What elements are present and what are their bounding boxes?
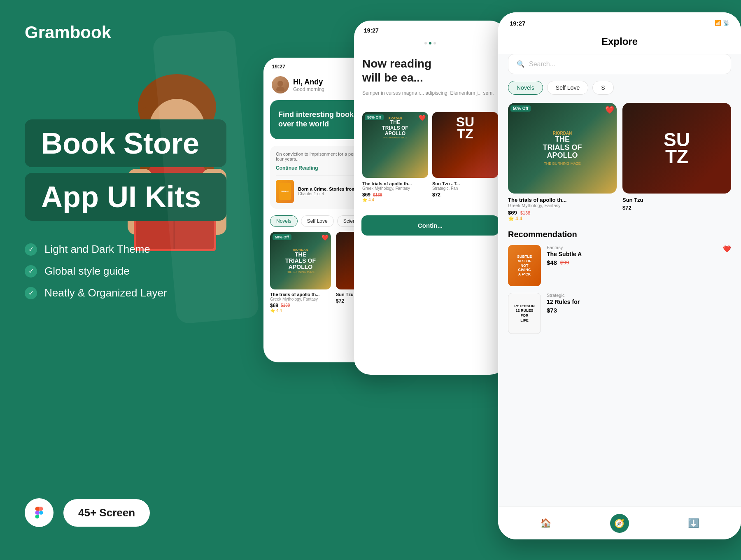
p3-book1-meta: The trials of apollo th... Greek Mytholo… — [508, 197, 617, 222]
book1-rating: ⭐ 4.4 — [270, 308, 331, 313]
book1-price: $69 $138 — [270, 303, 331, 308]
phone2-book2-title: Sun Tzu - T... — [432, 181, 498, 186]
p3-book1-current-price: $69 — [508, 210, 517, 216]
search-placeholder: Search... — [529, 61, 555, 68]
greeting-sub: Good morning — [293, 86, 324, 92]
nav-home[interactable]: 🏠 — [540, 518, 551, 529]
current-book-cover: NOAH — [276, 180, 294, 203]
phone2-book1-old-price: $138 — [373, 193, 382, 197]
p3-heart[interactable]: ❤️ — [605, 105, 614, 114]
phone3-content: 19:27 📶 📡 Explore 🔍 Search... Novels Sel… — [498, 12, 741, 539]
rec1-price: $48 $99 — [547, 259, 731, 266]
phone2-book2-price: $72 — [432, 192, 498, 198]
feature-item-3: ✓ Neatly & Organized Layer — [25, 287, 167, 299]
heart-icon[interactable]: ❤️ — [322, 234, 329, 241]
brand-logo: Grambook — [25, 23, 111, 42]
p3-book2: SUTZ Sun Tzu $72 — [622, 103, 731, 222]
p3-book2-title: Sun Tzu — [622, 197, 731, 203]
nav-explore[interactable]: 🧭 — [610, 514, 629, 533]
p3-book2-price: $72 — [622, 205, 731, 211]
p3-book1-genre: Greek Mythology, Fantasy — [508, 203, 617, 208]
rec2-info: Strategic 12 Rules for $73 — [547, 293, 731, 314]
apollo-inner: RIORDAN THETRIALS OFAPOLLO THE BURNING M… — [280, 243, 321, 278]
phone2-book2-current-price: $72 — [432, 192, 440, 198]
p3-book2-meta: Sun Tzu $72 — [622, 197, 731, 211]
tagline-line2: will be ea... — [362, 71, 423, 84]
features-list: ✓ Light and Dark Theme ✓ Global style gu… — [25, 243, 167, 299]
rec2-category: Strategic — [547, 293, 731, 298]
p3-book1-rating-value: 4.4 — [515, 216, 522, 222]
phone2-suntzu-inner: SUTZ — [432, 112, 498, 144]
feature-label-3: Neatly & Organized Layer — [44, 287, 167, 299]
pill-novels[interactable]: Novels — [270, 215, 298, 227]
p3-pill-other[interactable]: S — [592, 81, 613, 95]
p3-suntzu-inner: SUTZ — [657, 125, 697, 172]
phone2-description: Semper in cursus magna r... adipiscing. … — [362, 89, 498, 97]
rec1-cover: SUBTLEART OFNOTGIVINGA F*CK — [508, 245, 541, 286]
user-info: Hi, Andy Good morning — [272, 76, 324, 93]
phone2-suntzu-cover: SUTZ — [432, 112, 498, 178]
svg-point-15 — [276, 86, 284, 91]
feature-item-1: ✓ Light and Dark Theme — [25, 243, 167, 256]
pill-selflove[interactable]: Self Love — [301, 215, 334, 227]
rec1-heart[interactable]: ❤️ — [723, 245, 731, 253]
now-reading-section: Now reading will be ea... Semper in curs… — [354, 49, 506, 97]
phone2-book1-current-price: $69 — [362, 192, 370, 198]
p3-book1: 50% Off ❤️ RIORDAN THETRIALS OFAPOLLO TH… — [508, 103, 617, 222]
p3-pill-selflove[interactable]: Self Love — [547, 81, 588, 95]
feature-item-2: ✓ Global style guide — [25, 265, 167, 278]
phone2: 19:27 Now reading will be ea... Semper i… — [354, 21, 506, 375]
phone2-book1-rating-value: 4.4 — [368, 198, 374, 202]
feature-label-1: Light and Dark Theme — [44, 243, 150, 256]
book-meta-1: The trials of apollo th... Greek Mytholo… — [270, 292, 331, 313]
rec1-info: Fantasy The Subtle A $48 $99 ❤️ — [547, 245, 731, 266]
rec2-current-price: $73 — [547, 307, 557, 314]
book1-rating-value: 4.4 — [276, 308, 282, 313]
continue-button[interactable]: Contin... — [361, 215, 499, 236]
screen-count-badge: 45+ Screen — [63, 499, 150, 527]
rec-title: Recommendation — [508, 230, 731, 239]
rec1-old-price: $99 — [560, 259, 569, 266]
greeting-name: Hi, Andy — [293, 78, 324, 86]
p3-pill-novels[interactable]: Novels — [508, 81, 543, 95]
rec1-cover-text: SUBTLEART OFNOTGIVINGA F*CK — [517, 254, 532, 277]
phone3-time: 19:27 — [510, 20, 525, 27]
search-bar[interactable]: 🔍 Search... — [508, 54, 731, 74]
explore-header: Explore — [498, 32, 741, 54]
dot-3 — [433, 42, 436, 44]
phone2-book2: SUTZ Sun Tzu - T... Strategic, Fan $72 — [432, 112, 498, 202]
continue-link[interactable]: Continue Reading — [276, 165, 318, 171]
phone2-book1-title: The trials of apollo th... — [362, 181, 428, 186]
user-avatar — [272, 76, 289, 93]
p3-category-pills: Novels Self Love S — [498, 81, 741, 95]
nav-download[interactable]: ⬇️ — [688, 518, 699, 529]
discount-badge: 50% Off — [273, 234, 291, 240]
book1-genre: Greek Mythology, Fantasy — [270, 297, 331, 301]
phone2-book1-rating: ⭐ 4.4 — [362, 198, 428, 202]
p3-apollo-cover: 50% Off ❤️ RIORDAN THETRIALS OFAPOLLO TH… — [508, 103, 617, 194]
rec2-price: $73 — [547, 307, 731, 314]
feature-label-2: Global style guide — [44, 265, 130, 278]
book-card-1: 50% Off ❤️ RIORDAN THETRIALS OFAPOLLO TH… — [270, 232, 331, 313]
phone1-time: 19:27 — [272, 63, 285, 70]
phone3: 19:27 📶 📡 Explore 🔍 Search... Novels Sel… — [498, 12, 741, 539]
rec1-category: Fantasy — [547, 245, 731, 250]
figma-logo — [25, 498, 54, 527]
p3-discount: 50% Off — [510, 105, 531, 112]
book2-current-price: $72 — [336, 298, 344, 304]
rec-item-1: SUBTLEART OFNOTGIVINGA F*CK Fantasy The … — [508, 245, 731, 286]
tagline-line1: Now reading — [362, 57, 431, 70]
phone3-status-bar: 19:27 📶 📡 — [498, 12, 741, 32]
phone2-book2-genre: Strategic, Fan — [432, 186, 498, 191]
rec2-cover: PETERSON12 RULESFORLIFE — [508, 293, 541, 334]
rec2-title: 12 Rules for — [547, 299, 731, 305]
phone2-heart[interactable]: ❤️ — [419, 114, 426, 121]
p3-book1-title: The trials of apollo th... — [508, 197, 617, 203]
dots-indicator — [354, 38, 506, 49]
rec-item-2: PETERSON12 RULESFORLIFE Strategic 12 Rul… — [508, 293, 731, 334]
now-reading-title: Now reading will be ea... — [362, 57, 498, 84]
phone2-book1-genre: Greek Mythology, Fantasy — [362, 186, 428, 191]
svg-point-14 — [277, 81, 283, 86]
home-icon: 🏠 — [540, 518, 551, 529]
p3-book1-old-price: $138 — [520, 210, 530, 215]
